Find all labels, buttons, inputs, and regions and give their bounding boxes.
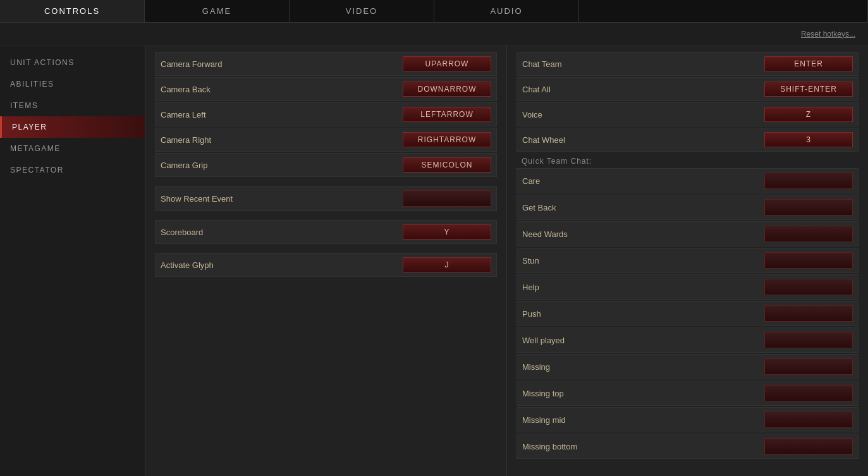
help-key[interactable]	[764, 279, 853, 295]
main-layout: UNIT ACTIONS ABILITIES ITEMS PLAYER META…	[0, 46, 868, 476]
help-label: Help	[522, 283, 539, 292]
need-wards-row: Need Wards	[517, 221, 859, 247]
camera-left-label: Camera Left	[161, 110, 206, 119]
tab-video[interactable]: VIDEO	[290, 0, 434, 22]
chat-team-row: Chat Team ENTER	[517, 52, 859, 76]
chat-all-row: Chat All SHIFT-ENTER	[517, 77, 859, 101]
missing-mid-row: Missing mid	[517, 407, 859, 432]
need-wards-label: Need Wards	[522, 229, 568, 239]
well-played-label: Well played	[522, 336, 565, 345]
stun-row: Stun	[517, 248, 859, 273]
help-row: Help	[517, 274, 859, 300]
top-nav: CONTROLS GAME VIDEO AUDIO	[0, 0, 868, 23]
camera-forward-label: Camera Forward	[161, 59, 223, 69]
nav-spacer	[579, 0, 868, 22]
sidebar: UNIT ACTIONS ABILITIES ITEMS PLAYER META…	[0, 46, 145, 476]
care-key[interactable]	[764, 173, 853, 189]
chat-wheel-row: Chat Wheel 3	[517, 128, 859, 152]
show-recent-event-key[interactable]	[403, 190, 491, 207]
well-played-row: Well played	[517, 327, 859, 353]
reset-hotkeys-link[interactable]: Reset hotkeys...	[801, 30, 855, 39]
missing-key[interactable]	[764, 358, 853, 375]
care-label: Care	[522, 176, 540, 186]
chat-wheel-key[interactable]: 3	[764, 132, 853, 147]
reset-bar: Reset hotkeys...	[0, 23, 868, 46]
tab-controls[interactable]: CONTROLS	[0, 0, 145, 22]
spacer2	[155, 212, 497, 220]
spacer3	[155, 245, 497, 253]
sidebar-item-player[interactable]: PLAYER	[0, 116, 145, 138]
content-area: Camera Forward UPARROW Camera Back DOWNA…	[145, 46, 868, 476]
sidebar-item-abilities[interactable]: ABILITIES	[0, 73, 145, 95]
missing-top-label: Missing top	[522, 389, 564, 398]
chat-wheel-label: Chat Wheel	[522, 135, 565, 145]
camera-left-key[interactable]: LEFTARROW	[403, 107, 491, 122]
missing-bottom-key[interactable]	[764, 438, 853, 455]
spacer1	[155, 178, 497, 186]
stun-label: Stun	[522, 256, 539, 265]
tab-game[interactable]: GAME	[145, 0, 290, 22]
get-back-row: Get Back	[517, 195, 859, 220]
right-panel: Chat Team ENTER Chat All SHIFT-ENTER Voi…	[507, 46, 868, 476]
scoreboard-label: Scoreboard	[161, 228, 203, 237]
sidebar-item-unit-actions[interactable]: UNIT ACTIONS	[0, 52, 145, 73]
missing-top-row: Missing top	[517, 381, 859, 406]
camera-forward-row: Camera Forward UPARROW	[155, 52, 497, 76]
missing-mid-key[interactable]	[764, 412, 853, 428]
activate-glyph-label: Activate Glyph	[161, 260, 214, 270]
scoreboard-row: Scoreboard Y	[155, 220, 497, 244]
camera-right-row: Camera Right RIGHTARROW	[155, 128, 497, 152]
camera-left-row: Camera Left LEFTARROW	[155, 102, 497, 126]
get-back-key[interactable]	[764, 199, 853, 216]
chat-all-key[interactable]: SHIFT-ENTER	[764, 82, 853, 97]
well-played-key[interactable]	[764, 332, 853, 348]
sidebar-item-metagame[interactable]: METAGAME	[0, 138, 145, 159]
chat-team-key[interactable]: ENTER	[764, 56, 853, 71]
chat-all-label: Chat All	[522, 85, 551, 94]
voice-label: Voice	[522, 110, 542, 119]
missing-label: Missing	[522, 362, 550, 372]
camera-grip-row: Camera Grip SEMICOLON	[155, 153, 497, 177]
camera-back-key[interactable]: DOWNARROW	[403, 82, 491, 97]
activate-glyph-key[interactable]: J	[403, 257, 491, 272]
camera-right-label: Camera Right	[161, 135, 211, 145]
quick-team-chat-heading: Quick Team Chat:	[517, 153, 859, 168]
scoreboard-key[interactable]: Y	[403, 224, 491, 240]
voice-row: Voice Z	[517, 102, 859, 126]
camera-back-row: Camera Back DOWNARROW	[155, 77, 497, 101]
push-key[interactable]	[764, 305, 853, 322]
sidebar-item-spectator[interactable]: SPECTATOR	[0, 159, 145, 181]
need-wards-key[interactable]	[764, 226, 853, 242]
camera-forward-key[interactable]: UPARROW	[403, 56, 491, 71]
missing-row: Missing	[517, 354, 859, 379]
care-row: Care	[517, 168, 859, 193]
show-recent-event-label: Show Recent Event	[161, 194, 233, 204]
missing-bottom-row: Missing bottom	[517, 434, 859, 459]
left-panel: Camera Forward UPARROW Camera Back DOWNA…	[145, 46, 507, 476]
missing-top-key[interactable]	[764, 385, 853, 401]
camera-back-label: Camera Back	[161, 85, 211, 94]
chat-team-label: Chat Team	[522, 59, 562, 69]
show-recent-event-row: Show Recent Event	[155, 186, 497, 211]
push-row: Push	[517, 301, 859, 326]
sidebar-item-items[interactable]: ITEMS	[0, 95, 145, 116]
missing-bottom-label: Missing bottom	[522, 442, 577, 451]
stun-key[interactable]	[764, 252, 853, 269]
activate-glyph-row: Activate Glyph J	[155, 253, 497, 277]
camera-grip-key[interactable]: SEMICOLON	[403, 157, 491, 173]
tab-audio[interactable]: AUDIO	[434, 0, 579, 22]
missing-mid-label: Missing mid	[522, 415, 566, 425]
camera-right-key[interactable]: RIGHTARROW	[403, 132, 491, 147]
push-label: Push	[522, 309, 541, 319]
camera-grip-label: Camera Grip	[161, 161, 207, 170]
voice-key[interactable]: Z	[764, 107, 853, 122]
get-back-label: Get Back	[522, 203, 556, 212]
